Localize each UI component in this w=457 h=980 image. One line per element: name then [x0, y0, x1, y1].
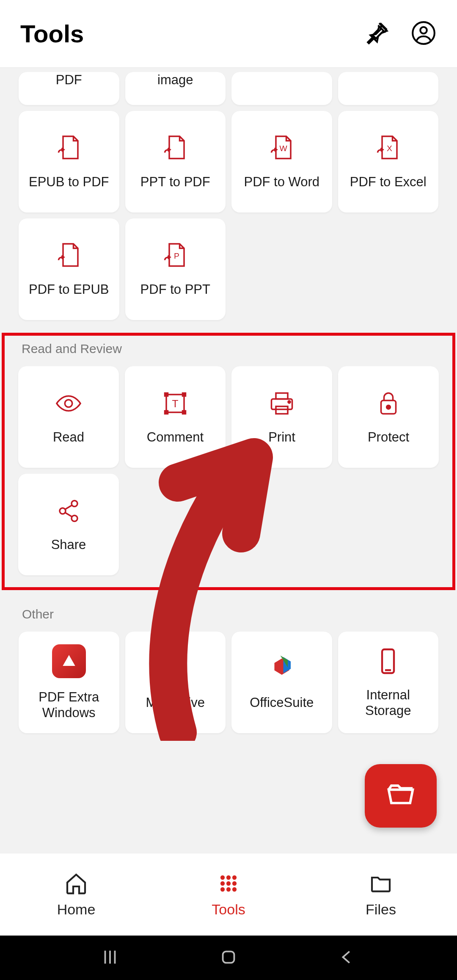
tool-pdf-to-epub[interactable]: PDF to EPUB: [19, 218, 119, 320]
pin-icon[interactable]: [364, 20, 390, 48]
section-title-read-review: Read and Review: [22, 342, 439, 356]
folder-icon: [369, 872, 393, 897]
tool-print[interactable]: Print: [231, 366, 332, 468]
file-convert-icon: W: [267, 133, 297, 163]
svg-point-34: [220, 887, 225, 891]
back-button[interactable]: [337, 947, 357, 969]
svg-point-17: [387, 406, 391, 409]
printer-icon: [267, 389, 297, 418]
mobidrive-app-icon: [160, 654, 190, 684]
tool-officesuite[interactable]: OfficeSuite: [231, 632, 332, 733]
svg-point-29: [226, 875, 231, 879]
tool-internal-storage[interactable]: Internal Storage: [338, 632, 439, 733]
section-title-other: Other: [22, 607, 438, 621]
profile-icon[interactable]: [410, 20, 437, 48]
svg-point-33: [232, 881, 237, 885]
read-review-highlight: Read and Review Read: [2, 333, 455, 590]
file-convert-icon: [160, 133, 190, 163]
svg-point-35: [226, 887, 231, 891]
svg-rect-8: [183, 393, 186, 396]
svg-text:P: P: [174, 251, 179, 260]
nav-home[interactable]: Home: [0, 853, 152, 936]
svg-rect-40: [223, 951, 234, 963]
svg-point-30: [232, 875, 237, 879]
svg-rect-12: [276, 393, 288, 399]
home-icon: [64, 872, 88, 897]
svg-point-1: [420, 27, 427, 33]
svg-point-28: [220, 875, 225, 879]
fab-open-folder[interactable]: [365, 764, 437, 828]
recents-button[interactable]: [100, 947, 120, 969]
tool-share[interactable]: Share: [18, 474, 119, 575]
svg-text:T: T: [172, 398, 179, 409]
file-convert-icon: [54, 241, 84, 271]
nav-files[interactable]: Files: [305, 853, 457, 936]
share-icon: [54, 496, 83, 526]
lock-icon: [374, 389, 403, 418]
svg-point-36: [232, 887, 237, 891]
app-header: Tools: [0, 0, 457, 68]
file-convert-icon: P: [160, 241, 190, 271]
text-frame-icon: T: [160, 389, 190, 418]
tool-tile[interactable]: [338, 72, 439, 105]
officesuite-app-icon: [267, 654, 297, 684]
android-nav-bar: [0, 936, 457, 980]
svg-text:W: W: [279, 144, 287, 153]
grid-dots-icon: [217, 872, 240, 897]
tools-scroll[interactable]: PDF image EPUB to PDF: [0, 68, 457, 853]
bottom-nav: Home Tools Files: [0, 853, 457, 936]
tool-ppt-to-pdf[interactable]: PPT to PDF: [125, 111, 226, 213]
file-convert-icon: [54, 133, 84, 163]
svg-text:X: X: [387, 144, 392, 153]
nav-tools[interactable]: Tools: [152, 853, 305, 936]
tool-read[interactable]: Read: [18, 366, 119, 468]
tool-epub-to-pdf[interactable]: EPUB to PDF: [19, 111, 119, 213]
svg-rect-7: [165, 393, 168, 396]
tool-tile[interactable]: PDF: [19, 72, 119, 105]
tool-tile[interactable]: image: [125, 72, 226, 105]
folder-open-icon: [385, 779, 417, 813]
pdf-extra-app-icon: [52, 644, 86, 678]
tool-pdf-extra-windows[interactable]: PDF Extra Windows: [19, 632, 119, 733]
svg-point-22: [172, 660, 187, 675]
svg-point-32: [226, 881, 231, 885]
svg-point-15: [288, 401, 290, 403]
tool-protect[interactable]: Protect: [338, 366, 439, 468]
svg-point-5: [65, 400, 72, 408]
tool-pdf-to-ppt[interactable]: P PDF to PPT: [125, 218, 226, 320]
tool-tile[interactable]: [231, 72, 332, 105]
tool-mobidrive[interactable]: MobiDrive: [125, 632, 226, 733]
tool-comment[interactable]: T Comment: [125, 366, 226, 468]
svg-rect-10: [183, 411, 186, 414]
tool-pdf-to-excel[interactable]: X PDF to Excel: [338, 111, 439, 213]
phone-icon: [373, 646, 403, 676]
file-convert-icon: X: [373, 133, 403, 163]
svg-point-31: [220, 881, 225, 885]
home-button[interactable]: [219, 947, 238, 969]
svg-rect-9: [165, 411, 168, 414]
page-title: Tools: [20, 19, 364, 48]
eye-icon: [54, 389, 83, 418]
tool-pdf-to-word[interactable]: W PDF to Word: [231, 111, 332, 213]
